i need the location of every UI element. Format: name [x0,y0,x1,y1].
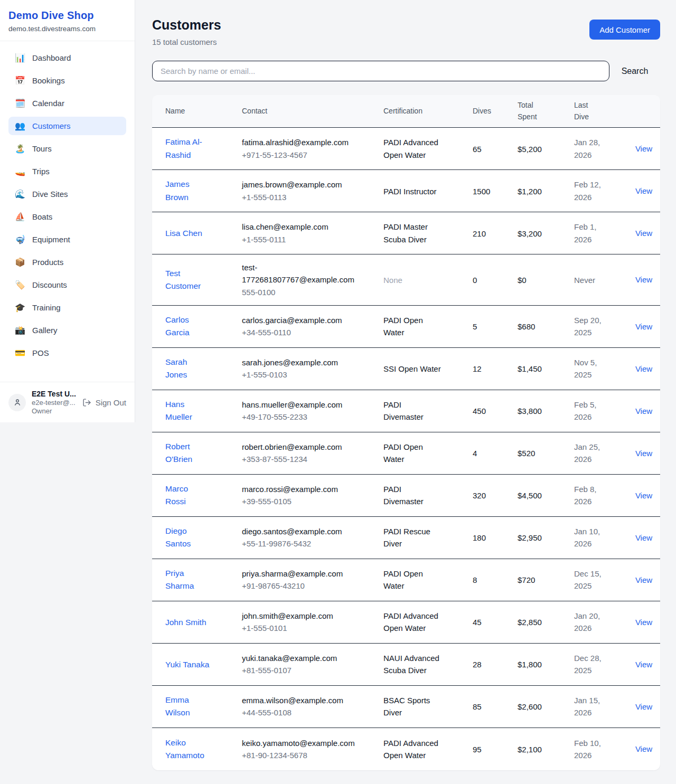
view-customer-link[interactable]: View [635,533,652,542]
view-customer-link[interactable]: View [635,660,652,669]
sidebar-item-gallery[interactable]: 📸 Gallery [8,321,126,339]
view-customer-link[interactable]: View [635,491,652,500]
column-header-dives: Dives [473,105,518,117]
customer-total-spent: $1,200 [518,185,542,197]
table-row: Carlos Garcia carlos.garcia@example.com … [152,306,660,348]
customer-last-dive: Jan 15, 2026 [574,694,606,719]
sidebar-item-equipment[interactable]: 🤿 Equipment [8,230,126,249]
view-customer-link[interactable]: View [635,275,652,284]
view-customer-link[interactable]: View [635,744,652,753]
sidebar-item-calendar[interactable]: 🗓️ Calendar [8,94,126,112]
customer-name-link[interactable]: Carlos Garcia [165,314,211,339]
dive-sites-icon: 🌊 [15,189,25,199]
discounts-icon: 🏷️ [15,280,25,290]
customer-phone: +81-90-1234-5678 [242,749,355,761]
customer-total-spent: $5,200 [518,143,542,155]
customer-name-link[interactable]: Test Customer [165,267,211,292]
sidebar-item-label: POS [32,348,49,357]
view-customer-link[interactable]: View [635,449,652,458]
sidebar-item-label: Boats [32,212,52,221]
customer-name-link[interactable]: Yuki Tanaka [165,658,209,671]
view-customer-link[interactable]: View [635,364,652,373]
customer-name-link[interactable]: Lisa Chen [165,227,202,240]
sidebar-item-customers[interactable]: 👥 Customers [8,117,126,135]
customer-email: marco.rossi@example.com [242,483,338,495]
sidebar-item-pos[interactable]: 💳 POS [8,344,126,362]
sidebar-item-dashboard[interactable]: 📊 Dashboard [8,49,126,67]
table-body: Fatima Al-Rashid fatima.alrashid@example… [152,128,660,770]
customers-table: NameContactCertificationDivesTotal Spent… [152,95,660,770]
customer-phone: +44-555-0108 [242,706,343,719]
column-header-actions [631,106,660,117]
customer-name-link[interactable]: Hans Mueller [165,398,211,423]
sidebar-item-tours[interactable]: 🏝️ Tours [8,139,126,158]
customer-dives: 95 [473,743,482,755]
sidebar: Demo Dive Shop demo.test.divestreams.com… [0,0,135,422]
sidebar-item-label: Bookings [32,76,65,85]
sidebar-item-trips[interactable]: 🚤 Trips [8,162,126,181]
customer-certification: PADI Advanced Open Water [383,136,443,161]
customer-name-link[interactable]: Marco Rossi [165,483,211,508]
customer-name-link[interactable]: James Brown [165,178,211,203]
customer-name-link[interactable]: John Smith [165,616,206,629]
view-customer-link[interactable]: View [635,702,652,711]
search-input[interactable] [152,61,609,81]
dashboard-icon: 📊 [15,53,25,63]
sidebar-item-products[interactable]: 📦 Products [8,253,126,271]
customer-phone: +34-555-0110 [242,326,342,338]
customer-last-dive: Jan 10, 2026 [574,525,606,550]
user-name: E2E Test U... [32,390,77,398]
customer-last-dive: Dec 28, 2025 [574,652,606,677]
customer-certification: PADI Divemaster [383,399,443,423]
customer-last-dive: Sep 20, 2025 [574,314,606,339]
customer-total-spent: $2,850 [518,616,542,628]
customer-name-link[interactable]: Robert O'Brien [165,440,211,466]
view-customer-link[interactable]: View [635,575,652,584]
page-title: Customers [152,17,221,33]
view-customer-link[interactable]: View [635,186,652,195]
sign-out-button[interactable]: Sign Out [82,398,126,407]
customer-email: lisa.chen@example.com [242,221,328,233]
customer-name-link[interactable]: Diego Santos [165,525,211,550]
pos-icon: 💳 [15,348,25,358]
customer-name-link[interactable]: Sarah Jones [165,356,211,381]
customer-phone: +91-98765-43210 [242,580,343,592]
view-customer-link[interactable]: View [635,322,652,331]
sidebar-item-dive-sites[interactable]: 🌊 Dive Sites [8,185,126,203]
customer-email: keiko.yamamoto@example.com [242,737,355,749]
customer-dives: 45 [473,616,482,628]
bookings-icon: 📅 [15,75,25,86]
customer-name-link[interactable]: Priya Sharma [165,567,211,592]
sidebar-item-boats[interactable]: ⛵ Boats [8,207,126,226]
customer-name-link[interactable]: Fatima Al-Rashid [165,136,211,161]
customer-phone: +39-555-0105 [242,495,338,507]
sidebar-item-label: Training [32,303,61,312]
customer-last-dive: Jan 20, 2026 [574,610,606,635]
view-customer-link[interactable]: View [635,407,652,415]
view-customer-link[interactable]: View [635,229,652,238]
customer-dives: 0 [473,274,477,286]
search-button[interactable]: Search [609,67,660,76]
sidebar-item-label: Gallery [32,326,58,335]
table-row: Lisa Chen lisa.chen@example.com +1-555-0… [152,212,660,254]
sidebar-header: Demo Dive Shop demo.test.divestreams.com [0,0,135,41]
sidebar-item-discounts[interactable]: 🏷️ Discounts [8,276,126,294]
customer-dives: 4 [473,447,477,459]
customer-total-spent: $2,950 [518,532,542,544]
customer-email: emma.wilson@example.com [242,694,343,706]
table-row: Yuki Tanaka yuki.tanaka@example.com +81-… [152,644,660,686]
customer-certification: PADI Master Scuba Diver [383,221,443,245]
customer-name-link[interactable]: Emma Wilson [165,694,211,719]
customer-total-spent: $1,800 [518,658,542,670]
sidebar-item-label: Tours [32,144,52,153]
add-customer-button[interactable]: Add Customer [589,20,660,40]
customer-dives: 180 [473,532,486,544]
customer-email: fatima.alrashid@example.com [242,136,349,148]
customer-name-link[interactable]: Keiko Yamamoto [165,736,211,762]
view-customer-link[interactable]: View [635,618,652,627]
sidebar-item-bookings[interactable]: 📅 Bookings [8,71,126,90]
customer-last-dive: Never [574,274,595,286]
column-header-name: Name [152,105,242,117]
view-customer-link[interactable]: View [635,144,652,153]
sidebar-item-training[interactable]: 🎓 Training [8,298,126,317]
